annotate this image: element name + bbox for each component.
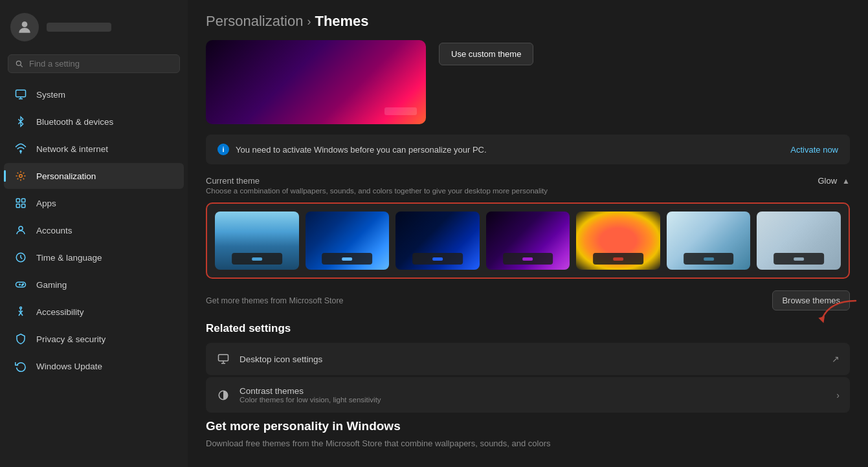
svg-rect-25 bbox=[219, 354, 228, 361]
sidebar-label-privacy: Privacy & security bbox=[36, 334, 106, 344]
sidebar-item-system[interactable]: System bbox=[4, 81, 184, 107]
contrast-left: Contrast themes Color themes for low vis… bbox=[216, 386, 381, 404]
theme-dot-6 bbox=[704, 257, 714, 261]
sidebar: System Bluetooth & devices Network & int… bbox=[0, 0, 188, 467]
sidebar-item-accessibility[interactable]: Accessibility bbox=[4, 299, 184, 325]
contrast-sublabel: Color themes for low vision, light sensi… bbox=[239, 396, 381, 404]
sidebar-item-apps[interactable]: Apps bbox=[4, 190, 184, 216]
personality-title: Get more personality in Windows bbox=[206, 419, 850, 433]
svg-point-13 bbox=[19, 226, 23, 230]
contrast-themes-item[interactable]: Contrast themes Color themes for low vis… bbox=[206, 377, 850, 413]
theme-dot-4 bbox=[523, 257, 533, 261]
svg-point-0 bbox=[22, 21, 28, 27]
svg-line-2 bbox=[20, 65, 22, 67]
current-theme-description: Choose a combination of wallpapers, soun… bbox=[206, 187, 548, 195]
update-icon bbox=[14, 360, 27, 373]
breadcrumb-parent: Personalization bbox=[206, 13, 303, 30]
info-icon: i bbox=[217, 144, 229, 155]
theme-card-1[interactable] bbox=[215, 212, 299, 270]
theme-card-2[interactable] bbox=[306, 212, 390, 270]
breadcrumb-separator: › bbox=[307, 15, 311, 28]
svg-rect-12 bbox=[22, 204, 25, 208]
svg-rect-10 bbox=[22, 199, 25, 202]
svg-point-19 bbox=[22, 285, 23, 286]
bluetooth-icon bbox=[14, 115, 27, 128]
desktop-icon-left: Desktop icon settings bbox=[216, 352, 322, 366]
svg-point-1 bbox=[16, 61, 21, 65]
use-custom-theme-button[interactable]: Use custom theme bbox=[439, 43, 533, 65]
sidebar-label-time: Time & language bbox=[36, 253, 102, 263]
sidebar-label-bluetooth: Bluetooth & devices bbox=[36, 117, 113, 127]
sidebar-label-system: System bbox=[36, 90, 65, 100]
sidebar-item-bluetooth[interactable]: Bluetooth & devices bbox=[4, 109, 184, 135]
sidebar-label-accounts: Accounts bbox=[36, 226, 72, 235]
apps-icon bbox=[14, 197, 27, 210]
system-icon bbox=[14, 88, 27, 101]
theme-overlay-3 bbox=[412, 253, 463, 265]
toggle-label: Glow bbox=[818, 176, 837, 186]
personality-section: Get more personality in Windows Download… bbox=[206, 419, 850, 448]
sidebar-item-update[interactable]: Windows Update bbox=[4, 353, 184, 379]
sidebar-label-personalization: Personalization bbox=[36, 171, 96, 181]
accessibility-icon bbox=[14, 305, 27, 318]
svg-marker-24 bbox=[818, 316, 825, 323]
desktop-icon-settings-item[interactable]: Desktop icon settings ↗ bbox=[206, 343, 850, 375]
search-box[interactable] bbox=[8, 54, 180, 73]
theme-card-4[interactable] bbox=[486, 212, 570, 270]
themes-grid-container bbox=[206, 202, 850, 279]
sidebar-label-accessibility: Accessibility bbox=[36, 307, 84, 317]
current-theme-header: Current theme Choose a combination of wa… bbox=[206, 176, 850, 195]
theme-dot-7 bbox=[794, 257, 804, 261]
svg-point-8 bbox=[19, 175, 23, 178]
theme-toggle[interactable]: Glow ▲ bbox=[818, 176, 850, 186]
sidebar-item-time[interactable]: Time & language bbox=[4, 244, 184, 270]
theme-overlay-6 bbox=[684, 253, 734, 265]
external-link-icon: ↗ bbox=[832, 354, 840, 364]
arrow-svg bbox=[814, 298, 866, 330]
desktop-icon-label: Desktop icon settings bbox=[239, 354, 322, 364]
search-input[interactable] bbox=[29, 59, 173, 69]
sidebar-item-personalization[interactable]: Personalization bbox=[4, 163, 184, 189]
theme-card-6[interactable] bbox=[667, 212, 751, 270]
browse-row: Get more themes from Microsoft Store Bro… bbox=[206, 288, 850, 316]
sidebar-header bbox=[0, 8, 188, 54]
theme-card-5[interactable] bbox=[576, 212, 660, 270]
theme-dot-5 bbox=[613, 257, 623, 261]
get-more-text: Get more themes from Microsoft Store bbox=[206, 296, 344, 305]
section-title-group: Current theme Choose a combination of wa… bbox=[206, 176, 548, 195]
personality-description: Download free themes from the Microsoft … bbox=[206, 439, 850, 448]
contrast-text-group: Contrast themes Color themes for low vis… bbox=[239, 386, 381, 404]
accounts-icon bbox=[14, 224, 27, 237]
theme-overlay-4 bbox=[503, 253, 553, 265]
related-settings-title: Related settings bbox=[206, 322, 850, 335]
theme-preview-row: Use custom theme bbox=[206, 40, 850, 124]
theme-overlay-7 bbox=[773, 253, 824, 265]
theme-overlay-2 bbox=[322, 253, 372, 265]
theme-card-7[interactable] bbox=[757, 212, 841, 270]
network-icon bbox=[14, 142, 27, 155]
theme-dot-1 bbox=[252, 257, 262, 261]
current-theme-title: Current theme bbox=[206, 176, 548, 186]
search-icon bbox=[15, 60, 24, 69]
theme-dot-3 bbox=[432, 257, 443, 261]
sidebar-item-accounts[interactable]: Accounts bbox=[4, 217, 184, 243]
sidebar-item-privacy[interactable]: Privacy & security bbox=[4, 326, 184, 352]
svg-rect-9 bbox=[16, 199, 19, 202]
page-header: Personalization › Themes bbox=[206, 0, 850, 40]
theme-card-3[interactable] bbox=[395, 212, 480, 270]
sidebar-label-update: Windows Update bbox=[36, 362, 102, 371]
sidebar-item-gaming[interactable]: Gaming bbox=[4, 272, 184, 298]
svg-rect-11 bbox=[16, 204, 19, 208]
personalization-icon bbox=[14, 169, 27, 182]
activation-banner: i You need to activate Windows before yo… bbox=[206, 135, 850, 164]
main-content: Personalization › Themes Use custom them… bbox=[188, 0, 868, 467]
time-icon bbox=[14, 251, 27, 264]
theme-preview-image bbox=[206, 40, 426, 124]
activation-left: i You need to activate Windows before yo… bbox=[217, 144, 487, 155]
user-icon bbox=[16, 19, 33, 36]
activate-now-link[interactable]: Activate now bbox=[790, 145, 838, 155]
sidebar-item-network[interactable]: Network & internet bbox=[4, 136, 184, 162]
avatar[interactable] bbox=[10, 13, 39, 41]
chevron-right-icon: › bbox=[836, 390, 840, 400]
breadcrumb-current: Themes bbox=[315, 13, 368, 30]
